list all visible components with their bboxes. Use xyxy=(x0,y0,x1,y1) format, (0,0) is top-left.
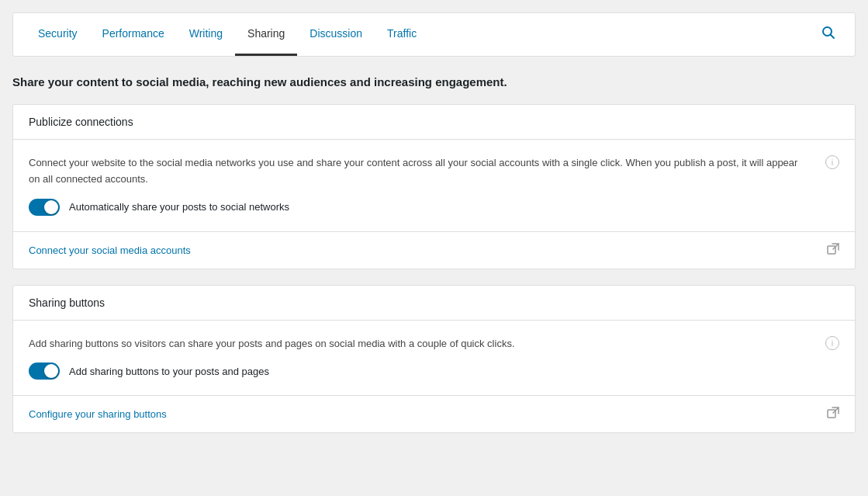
publicize-toggle[interactable] xyxy=(29,199,60,216)
configure-sharing-link[interactable]: Configure your sharing buttons xyxy=(29,408,167,420)
sharing-buttons-section: Sharing buttons Add sharing buttons so v… xyxy=(12,285,856,434)
tab-traffic[interactable]: Traffic xyxy=(375,13,429,56)
tab-security[interactable]: Security xyxy=(26,13,90,56)
publicize-body: Connect your website to the social media… xyxy=(13,140,855,232)
tab-writing[interactable]: Writing xyxy=(177,13,235,56)
nav-tabs: Security Performance Writing Sharing Dis… xyxy=(26,13,814,56)
sharing-buttons-footer: Configure your sharing buttons xyxy=(13,396,855,432)
sharing-external-link-icon[interactable] xyxy=(827,407,839,421)
sharing-buttons-toggle-row: Add sharing buttons to your posts and pa… xyxy=(29,362,839,380)
sharing-buttons-description: Add sharing buttons so visitors can shar… xyxy=(29,336,839,352)
publicize-toggle-row: Automatically share your posts to social… xyxy=(29,199,839,216)
sharing-buttons-body: Add sharing buttons so visitors can shar… xyxy=(13,321,855,397)
publicize-description: Connect your website to the social media… xyxy=(29,155,839,188)
sharing-buttons-toggle-label: Add sharing buttons to your posts and pa… xyxy=(69,366,269,377)
connect-social-link[interactable]: Connect your social media accounts xyxy=(29,245,191,256)
publicize-toggle-label: Automatically share your posts to social… xyxy=(69,201,289,213)
nav-bar: Security Performance Writing Sharing Dis… xyxy=(12,12,856,57)
tab-discussion[interactable]: Discussion xyxy=(297,13,375,56)
sharing-buttons-header: Sharing buttons xyxy=(13,286,855,321)
publicize-info-icon[interactable]: i xyxy=(825,155,839,169)
sharing-buttons-toggle[interactable] xyxy=(29,362,60,380)
sharing-buttons-info-icon[interactable]: i xyxy=(825,336,839,350)
external-link-icon[interactable] xyxy=(827,243,839,258)
search-icon[interactable] xyxy=(814,19,842,50)
tab-performance[interactable]: Performance xyxy=(90,13,177,56)
svg-line-1 xyxy=(831,35,835,39)
page-heading: Share your content to social media, reac… xyxy=(12,75,856,88)
publicize-header: Publicize connections xyxy=(13,105,855,140)
main-container: Security Performance Writing Sharing Dis… xyxy=(12,12,856,433)
tab-sharing[interactable]: Sharing xyxy=(235,13,297,56)
publicize-footer: Connect your social media accounts xyxy=(13,232,855,269)
publicize-section: Publicize connections Connect your websi… xyxy=(12,104,856,269)
